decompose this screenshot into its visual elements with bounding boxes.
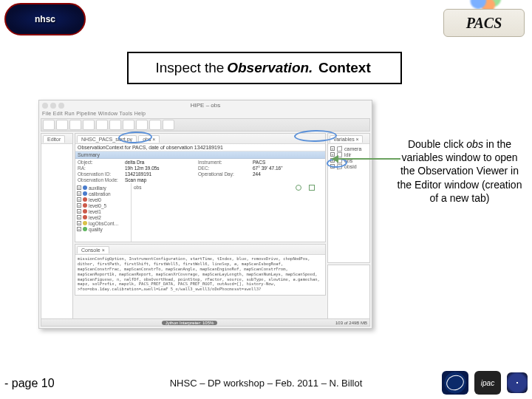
nasa-logo-icon [442, 371, 468, 395]
nhsc-logo: nhsc [4, 3, 86, 35]
editor-panel: NHSC_PACS_start.py obs × ObservationCont… [75, 133, 326, 242]
slide-footer: - page 10 NHSC – DP workshop – Feb. 2011… [0, 364, 532, 396]
open-preview-icon[interactable] [309, 185, 315, 191]
window-title: HIPE – obs [39, 102, 372, 109]
toolbar-button[interactable] [149, 120, 161, 130]
toolbar-button[interactable] [163, 120, 174, 130]
toolbar-button[interactable] [96, 120, 108, 130]
value-opday: 244 [253, 171, 323, 177]
tree-item-level1[interactable]: +level1 [77, 208, 129, 214]
label-object: Object: [78, 160, 122, 165]
preview-label: obs [134, 185, 141, 190]
slide-header: nhsc PACS [0, 3, 532, 41]
tab-console[interactable]: Console × [77, 246, 109, 253]
label-dec: DEC: [198, 166, 250, 171]
obs-context-title: ObservationContext for PACS, date of obs… [75, 144, 325, 151]
refresh-icon[interactable] [296, 185, 301, 191]
status-bar: Jython Interpreter: 105% 103 of 249B MB [41, 318, 370, 327]
label-instrument: Instrument: [198, 160, 250, 165]
tree-item-level05[interactable]: +level0_5 [77, 202, 129, 208]
status-memory: 103 of 249B MB [335, 321, 367, 325]
console-panel: Console × missionConfigOption, Instrumen… [75, 244, 326, 296]
slide-title: Inspect the Observation. Context [127, 52, 402, 84]
toolbar-button[interactable] [136, 120, 148, 130]
star-logo-icon [507, 372, 528, 393]
summary-header: Summary [75, 151, 325, 159]
variable-icon [337, 146, 342, 151]
var-camera[interactable]: +camera [330, 146, 367, 151]
tree-item-level2[interactable]: +level2 [77, 214, 129, 220]
callout-text: Double click obs in the variables window… [396, 137, 523, 205]
footer-logos: ipac [442, 371, 528, 395]
left-rail: Editor [41, 133, 73, 327]
value-obsid: 1342189191 [125, 171, 195, 177]
title-em2: Context [318, 60, 371, 76]
toolbar-button[interactable] [109, 120, 121, 130]
value-ra: 19h 12m 39.05s [125, 166, 195, 171]
annotation-arrow-head-icon [331, 155, 338, 163]
menu-bar[interactable]: File Edit Run Pipeline Window Tools Help [42, 111, 369, 116]
tree-item-auxiliary[interactable]: +auxiliary [77, 185, 129, 191]
title-pre: Inspect the [155, 60, 224, 76]
toolbar-button[interactable] [56, 120, 68, 130]
variables-panel: Variables × +camera +ldir +obs +obsid [327, 133, 370, 263]
pacs-badge: PACS [443, 9, 525, 37]
tree-item-logobscont[interactable]: +logObsCont… [77, 220, 129, 226]
label-opday: Operational Day: [198, 171, 250, 177]
value-dec: 67° 39' 47.16" [253, 166, 323, 171]
label-obsid: Observation ID: [78, 171, 122, 177]
console-output[interactable]: missionConfigOption, InstrumentConfigura… [75, 255, 325, 293]
annotation-arrow-line [335, 158, 400, 160]
toolbar-button[interactable] [69, 120, 81, 130]
tree-item-calibration[interactable]: +calibration [77, 191, 129, 197]
title-em1: Observation. [227, 60, 313, 76]
outline-panel [327, 265, 370, 327]
summary-grid: Object:delta Dra Instrument:PACS RA:19h … [75, 159, 325, 183]
label-obsmode: Observation Mode: [78, 177, 122, 183]
toolbar-button[interactable] [43, 120, 55, 130]
ipac-logo-icon: ipac [474, 371, 501, 395]
value-instrument: PACS [253, 160, 323, 165]
tree-item-quality[interactable]: +quality [77, 226, 129, 232]
toolbar-button[interactable] [83, 120, 95, 130]
tree-item-level0[interactable]: +level0 [77, 197, 129, 202]
label-ra: RA: [78, 166, 122, 171]
value-obsmode: Scan map [125, 177, 195, 183]
value-object: delta Dra [125, 160, 195, 165]
tab-editor-rail[interactable]: Editor [43, 135, 65, 143]
product-tree[interactable]: +auxiliary +calibration +level0 +level0_… [75, 183, 132, 242]
product-preview: obs [132, 183, 325, 242]
toolbar-button[interactable] [123, 120, 134, 130]
callout-obs: obs [466, 138, 483, 150]
status-interpreter: Jython Interpreter: 105% [162, 321, 218, 325]
